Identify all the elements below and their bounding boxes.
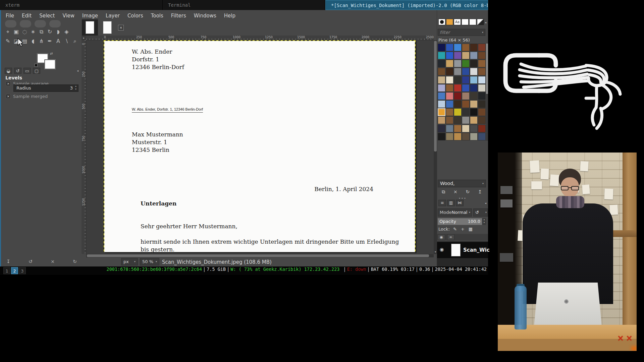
bucket-fill-tool-icon[interactable]: ◈ <box>62 27 71 36</box>
pattern-swatch-36[interactable] <box>438 92 445 100</box>
menu-item-tools[interactable]: Tools <box>151 11 163 20</box>
pattern-swatch-71[interactable] <box>478 133 486 140</box>
menu-item-help[interactable]: Help <box>224 11 235 20</box>
pattern-swatch-44[interactable] <box>454 100 462 108</box>
radius-spin-arrows[interactable]: ▴▾ <box>74 85 77 92</box>
pattern-swatch-8[interactable] <box>454 52 462 59</box>
pattern-swatch-33[interactable] <box>462 84 470 92</box>
pattern-swatch-68[interactable] <box>454 133 462 140</box>
pattern-swatch-14[interactable] <box>454 60 462 67</box>
pattern-swatch-2[interactable] <box>454 44 462 51</box>
pattern-swatch-62[interactable] <box>454 125 462 132</box>
crop-tool-icon[interactable]: ⧉ <box>37 27 46 36</box>
palettes-tab-icon[interactable] <box>462 19 469 25</box>
pattern-swatch-42[interactable] <box>438 100 445 108</box>
opacity-slider[interactable]: Opacity100.0 <box>438 218 482 225</box>
pattern-swatch-64[interactable] <box>470 125 478 132</box>
pattern-swatch-53[interactable] <box>478 108 486 116</box>
pattern-swatch-58[interactable] <box>470 116 478 124</box>
move-tool-icon[interactable]: ⌖ <box>4 27 12 36</box>
text-tool-icon[interactable]: A <box>54 37 62 46</box>
paths-tab-icon[interactable]: ⋈ <box>456 200 464 206</box>
duplicate-button[interactable]: ⧉ <box>442 189 445 195</box>
transform-tool-icon[interactable]: ↻ <box>46 27 54 36</box>
pattern-swatch-49[interactable] <box>446 108 453 116</box>
layers-tab-icon[interactable]: ≡ <box>438 200 446 206</box>
brushes-tab-icon[interactable] <box>438 19 445 25</box>
pattern-swatch-56[interactable] <box>454 116 462 124</box>
horizontal-scrollbar-thumb[interactable] <box>87 254 429 257</box>
canvas-viewport[interactable]: W. Abs. Ender Dorfstr. 1 12346 Berlin-Do… <box>86 40 434 254</box>
pattern-swatch-41[interactable] <box>478 92 486 100</box>
paths-tool-icon[interactable]: ⋔ <box>37 37 46 46</box>
pattern-swatch-25[interactable] <box>446 76 453 84</box>
pattern-swatch-60[interactable] <box>438 125 445 132</box>
document-history-tab-icon[interactable] <box>469 19 476 25</box>
pattern-swatch-10[interactable] <box>470 52 478 59</box>
mode-dropdown[interactable]: ModeNormal ▾ <box>438 208 472 217</box>
pattern-swatch-27[interactable] <box>462 76 470 84</box>
pattern-swatch-69[interactable] <box>462 133 470 140</box>
pattern-swatch-43[interactable] <box>446 100 453 108</box>
pattern-swatch-40[interactable] <box>470 92 478 100</box>
pattern-swatch-3[interactable] <box>462 44 470 51</box>
delete-icon[interactable]: × <box>51 259 55 264</box>
pattern-swatch-45[interactable] <box>462 100 470 108</box>
free-select-tool-icon[interactable]: ◌ <box>20 27 29 36</box>
fuzzy-select-tool-icon[interactable]: ∗ <box>29 27 37 36</box>
pattern-swatch-28[interactable] <box>470 76 478 84</box>
visibility-column-icon[interactable]: ◉ <box>438 234 445 240</box>
pattern-swatch-51[interactable] <box>462 108 470 116</box>
layer-row-selected[interactable]: ◉ Scan_Wic <box>437 242 488 258</box>
fonts-tab-icon[interactable]: Aa <box>454 19 461 25</box>
collapse-layers-icon[interactable]: ◂ <box>485 201 486 205</box>
rect-select-tool-icon[interactable]: ▣ <box>12 27 20 36</box>
pattern-swatch-46[interactable] <box>470 100 478 108</box>
channels-tab-icon[interactable]: ▥ <box>447 200 455 206</box>
pattern-swatch-23[interactable] <box>478 68 486 75</box>
pattern-swatch-11[interactable] <box>478 52 486 59</box>
workspace-button-2[interactable]: 2 <box>11 267 18 274</box>
image-tab-2[interactable] <box>99 19 115 36</box>
color-picker-tool-icon[interactable]: ∖ <box>62 37 71 46</box>
unit-dropdown[interactable]: px▾ <box>121 258 138 265</box>
refresh-button[interactable]: ↻ <box>466 189 470 195</box>
window-tab-xterm[interactable]: xterm <box>0 0 163 10</box>
ink-tool-icon[interactable]: ✒ <box>46 37 54 46</box>
pattern-swatch-15[interactable] <box>462 60 470 67</box>
lock-alpha-icon[interactable]: ▦ <box>469 227 473 232</box>
pattern-swatch-30[interactable] <box>438 84 445 92</box>
open-as-image-button[interactable]: ↥ <box>478 189 482 195</box>
pattern-swatch-47[interactable] <box>478 100 486 108</box>
menu-item-image[interactable]: Image <box>82 11 98 20</box>
patterns-tab-icon[interactable] <box>446 19 453 25</box>
sample-average-checkbox[interactable]: × <box>6 81 10 86</box>
warp-tool-icon[interactable]: ◗ <box>54 27 62 36</box>
swap-colors-icon[interactable]: ⇄ <box>50 52 53 55</box>
menu-item-file[interactable]: File <box>6 11 14 20</box>
pattern-swatch-54[interactable] <box>438 116 445 124</box>
menu-item-select[interactable]: Select <box>39 11 55 20</box>
pattern-swatch-50[interactable] <box>454 108 462 116</box>
vertical-scrollbar-thumb[interactable] <box>434 41 437 152</box>
zoom-tool-icon[interactable]: ⌕ <box>71 37 79 46</box>
pattern-swatch-37[interactable] <box>446 92 453 100</box>
pattern-swatch-67[interactable] <box>446 133 453 140</box>
link-column-icon[interactable]: ∞ <box>447 234 454 240</box>
pattern-swatch-1[interactable] <box>446 44 453 51</box>
pattern-swatch-48[interactable] <box>438 108 445 116</box>
pattern-swatch-35[interactable] <box>478 84 486 92</box>
pattern-swatch-19[interactable] <box>446 68 453 75</box>
menu-item-colors[interactable]: Colors <box>127 11 143 20</box>
smudge-tool-icon[interactable]: ◖ <box>29 37 37 46</box>
pattern-swatch-20[interactable] <box>454 68 462 75</box>
layer-visibility-icon[interactable]: ◉ <box>440 247 444 252</box>
pattern-swatch-52[interactable] <box>470 108 478 116</box>
lock-position-icon[interactable]: + <box>461 227 465 232</box>
mode-reset-button[interactable]: ↺ ▾ <box>473 208 488 217</box>
pattern-swatch-4[interactable] <box>470 44 478 51</box>
menu-item-filters[interactable]: Filters <box>171 11 186 20</box>
window-tab-gimp[interactable]: *[Scan_Wichtiges_Dokument] (imported)-2.… <box>325 0 488 10</box>
tool-options-tab-icon[interactable]: ◒ <box>5 68 12 74</box>
pattern-swatch-66[interactable] <box>438 133 445 140</box>
